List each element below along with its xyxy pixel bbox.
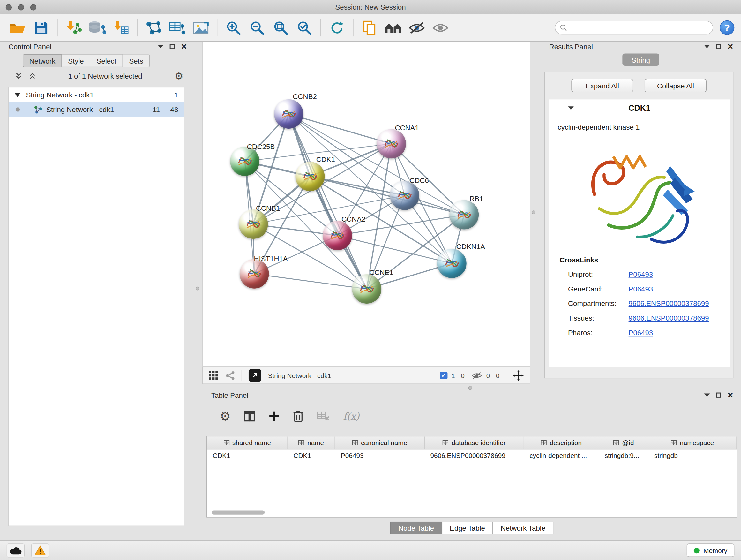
panel-menu-icon[interactable]	[704, 394, 710, 397]
crosslink-tissues-link[interactable]: 9606.ENSP00000378699	[629, 314, 709, 322]
network-collection-row[interactable]: String Network - cdk1 1	[9, 87, 184, 102]
crosslink-pharos-link[interactable]: P06493	[629, 329, 653, 337]
window-zoom-button[interactable]	[30, 4, 37, 10]
network-node-CCNA2[interactable]	[323, 221, 352, 250]
selected-checkbox-icon[interactable]: ✓	[440, 372, 448, 379]
network-node-CCNB2[interactable]	[274, 99, 304, 129]
network-node-CCNE1[interactable]	[352, 274, 381, 304]
column-header-id[interactable]: @id	[599, 436, 649, 449]
open-session-button[interactable]	[7, 17, 28, 39]
search-input[interactable]	[570, 24, 708, 32]
tab-sets[interactable]: Sets	[123, 54, 150, 67]
expand-all-button[interactable]: Expand All	[571, 79, 633, 92]
tab-node-table[interactable]: Node Table	[390, 522, 442, 535]
horizontal-scrollbar-thumb[interactable]	[212, 510, 265, 514]
memory-button[interactable]: Memory	[687, 543, 734, 557]
tab-style[interactable]: Style	[62, 54, 90, 67]
tab-network[interactable]: Network	[23, 54, 62, 67]
tab-network-table[interactable]: Network Table	[493, 522, 553, 535]
panel-close-icon[interactable]: ✕	[181, 43, 187, 51]
network-node-CDK1[interactable]	[295, 162, 325, 191]
import-network-from-file-button[interactable]	[63, 17, 84, 39]
save-session-button[interactable]	[30, 17, 52, 39]
disclosure-triangle-icon[interactable]	[568, 106, 574, 110]
network-row-selected[interactable]: String Network - cdk1 11 48	[9, 102, 184, 117]
disclosure-triangle-icon[interactable]	[15, 93, 20, 97]
network-node-CDKN1A[interactable]	[437, 249, 467, 278]
apply-layout-button[interactable]	[326, 17, 348, 39]
gene-card-header[interactable]: CDK1	[549, 99, 730, 117]
column-header-shared-name[interactable]: shared name	[207, 436, 288, 449]
panel-menu-icon[interactable]	[704, 45, 710, 48]
open-in-new-window-button[interactable]	[249, 369, 261, 381]
delete-table-button[interactable]	[317, 411, 330, 422]
panel-float-icon[interactable]	[716, 393, 721, 398]
birds-eye-view-icon[interactable]	[208, 370, 219, 381]
table-settings-button[interactable]: ⚙	[220, 410, 231, 422]
function-builder-button[interactable]: f(x)	[343, 411, 360, 422]
select-columns-button[interactable]	[244, 411, 256, 422]
export-image-button[interactable]	[190, 17, 212, 39]
panel-float-icon[interactable]	[170, 44, 175, 49]
first-neighbors-button[interactable]	[382, 17, 404, 39]
copy-button[interactable]	[359, 17, 381, 39]
crosslink-compartments-link[interactable]: 9606.ENSP00000378699	[629, 300, 709, 307]
right-splitter-handle[interactable]	[532, 210, 536, 214]
import-table-from-file-button[interactable]	[110, 17, 132, 39]
fx-icon: f(x)	[343, 411, 360, 422]
expand-all-icon[interactable]	[29, 72, 36, 79]
crosslink-genecard-link[interactable]: P06493	[629, 285, 653, 293]
search-field[interactable]	[555, 21, 713, 35]
zoom-selected-button[interactable]	[293, 17, 315, 39]
panel-menu-icon[interactable]	[158, 45, 163, 48]
window-minimize-button[interactable]	[18, 4, 24, 10]
show-all-button[interactable]	[429, 17, 451, 39]
column-header-name[interactable]: name	[288, 436, 335, 449]
selected-counts: 1 - 0	[451, 372, 464, 379]
delete-column-button[interactable]	[293, 410, 304, 422]
column-header-database-identifier[interactable]: database identifier	[425, 436, 524, 449]
zoom-fit-button[interactable]	[270, 17, 292, 39]
collapse-all-icon[interactable]	[15, 72, 22, 79]
new-table-button[interactable]	[166, 17, 188, 39]
share-network-icon[interactable]	[225, 371, 235, 380]
panel-close-icon[interactable]: ✕	[727, 391, 734, 399]
cloud-status-button[interactable]	[7, 543, 24, 557]
table-row[interactable]: CDK1 CDK1 P06493 9606.ENSP00000378699 cy…	[207, 449, 737, 462]
network-canvas[interactable]: CCNB2CCNA1CDC25BCDK1CDC6RB1CCNB1CCNA2CDK…	[202, 42, 530, 367]
create-column-button[interactable]	[269, 411, 280, 422]
window-close-button[interactable]	[6, 4, 12, 10]
crosslink-uniprot-link[interactable]: P06493	[629, 270, 653, 278]
network-node-HIST1H1A[interactable]	[240, 259, 269, 289]
save-icon	[34, 20, 48, 35]
node-label-CCNA2: CCNA2	[341, 215, 365, 223]
help-button[interactable]: ?	[720, 20, 734, 35]
column-header-namespace[interactable]: namespace	[649, 436, 737, 449]
zoom-in-button[interactable]	[223, 17, 245, 39]
hide-selected-button[interactable]	[406, 17, 428, 39]
new-network-button[interactable]	[143, 17, 164, 39]
collection-count: 1	[174, 91, 178, 99]
tab-string[interactable]: String	[622, 53, 659, 66]
tab-select[interactable]: Select	[90, 54, 123, 67]
network-node-CDC25B[interactable]	[230, 146, 259, 176]
network-options-gear-icon[interactable]: ⚙	[175, 71, 184, 80]
panel-float-icon[interactable]	[716, 44, 721, 49]
left-splitter-handle[interactable]	[196, 287, 199, 291]
tab-edge-table[interactable]: Edge Table	[442, 522, 493, 535]
network-node-CDC6[interactable]	[390, 181, 419, 210]
collapse-all-button[interactable]: Collapse All	[645, 79, 706, 92]
column-header-canonical-name[interactable]: canonical name	[335, 436, 425, 449]
network-node-RB1[interactable]	[449, 200, 479, 230]
panel-close-icon[interactable]: ✕	[727, 43, 734, 51]
control-panel-header: Control Panel ✕	[4, 42, 189, 51]
pan-move-icon[interactable]	[513, 370, 524, 381]
import-network-from-database-button[interactable]	[86, 17, 108, 39]
network-node-CCNA1[interactable]	[377, 129, 406, 159]
network-node-CCNB1[interactable]	[239, 209, 268, 239]
column-header-description[interactable]: description	[524, 436, 599, 449]
zoom-out-button[interactable]	[246, 17, 268, 39]
bottom-splitter-handle[interactable]	[468, 386, 472, 390]
warnings-button[interactable]	[31, 543, 49, 557]
hidden-eye-slash-icon[interactable]	[471, 371, 482, 380]
